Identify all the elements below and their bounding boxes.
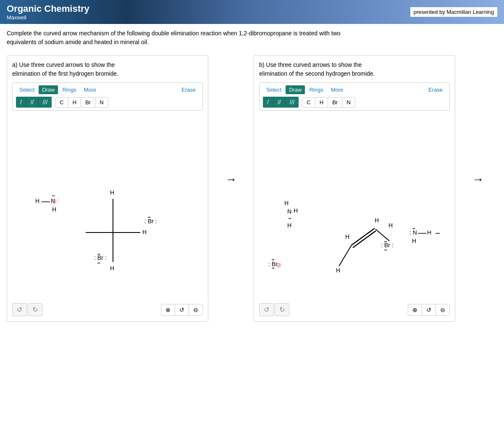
header-title-block: Organic Chemistry Maxwell <box>7 3 89 21</box>
undo-redo-b: ↺ ↻ <box>259 303 289 316</box>
svg-text:H: H <box>142 229 147 235</box>
svg-text:H: H <box>375 217 379 224</box>
rings-button-b[interactable]: Rings <box>306 85 326 94</box>
question-text: Complete the curved arrow mechanism of t… <box>0 24 378 48</box>
more-button-b[interactable]: More <box>328 85 347 94</box>
canvas-b[interactable]: H N •• H H : Br •• •• : <box>259 115 450 300</box>
header: Organic Chemistry Maxwell presented by M… <box>0 0 504 24</box>
atom-C-a[interactable]: C <box>55 98 68 107</box>
svg-text:••: •• <box>148 215 150 219</box>
bottom-toolbar-b: ↺ ↻ ⊕ ↺ ⊖ <box>259 303 450 316</box>
zoom-out-a[interactable]: ⊖ <box>189 304 202 315</box>
draw-tools-b: / // /// <box>263 97 299 108</box>
triple-bond-b[interactable]: /// <box>286 97 299 108</box>
toolbar-b: Select Draw Rings More Erase / // /// C … <box>259 82 450 111</box>
zoom-out-b[interactable]: ⊖ <box>436 304 449 315</box>
svg-text:H: H <box>336 267 340 274</box>
svg-text:••: •• <box>412 227 415 231</box>
panels-container: a) Use three curved arrows to show the e… <box>0 48 504 328</box>
svg-line-27 <box>339 245 352 266</box>
panel-a-title: a) Use three curved arrows to show the e… <box>12 61 203 78</box>
erase-button-a[interactable]: Erase <box>178 85 199 94</box>
svg-text:••: •• <box>289 217 291 221</box>
select-button-a[interactable]: Select <box>16 85 38 94</box>
molecule-svg-a: H N •• : H H : Br : •• <box>12 115 193 291</box>
zoom-in-a[interactable]: ⊕ <box>161 304 175 315</box>
svg-text:••: •• <box>384 248 387 252</box>
svg-text:: Br :: : Br : <box>94 254 107 261</box>
atom-buttons-a: C H Br N <box>55 97 108 108</box>
svg-text:••: •• <box>272 266 274 270</box>
atom-C-b[interactable]: C <box>302 98 315 107</box>
svg-text:••: •• <box>97 261 100 265</box>
canvas-a[interactable]: H N •• : H H : Br : •• <box>12 115 203 300</box>
more-button-a[interactable]: More <box>81 85 100 94</box>
double-bond-b[interactable]: // <box>273 97 286 108</box>
atom-N-b[interactable]: N <box>342 98 354 107</box>
molecule-svg-b: H N •• H H : Br •• •• : <box>259 115 440 291</box>
panel-b-title: b) Use three curved arrows to show the e… <box>259 61 450 78</box>
single-bond-a[interactable]: / <box>16 97 26 108</box>
svg-text:••: •• <box>272 258 274 262</box>
atom-H-b[interactable]: H <box>315 98 328 107</box>
svg-text:••: •• <box>384 240 387 244</box>
zoom-tools-a: ⊕ ↺ ⊖ <box>161 304 203 316</box>
svg-text:H: H <box>388 222 393 229</box>
svg-text:H: H <box>287 222 291 229</box>
svg-text::: : <box>279 262 281 267</box>
svg-text:H: H <box>110 265 114 272</box>
zoom-in-b[interactable]: ⊕ <box>408 304 422 315</box>
svg-text:N: N <box>287 208 291 215</box>
svg-text:H: H <box>345 233 349 240</box>
double-bond-a[interactable]: // <box>26 97 39 108</box>
atom-H-a[interactable]: H <box>68 98 81 107</box>
atom-buttons-b: C H Br N <box>302 97 355 108</box>
draw-button-a[interactable]: Draw <box>39 85 58 94</box>
reaction-arrow-2: → <box>472 55 484 186</box>
select-button-b[interactable]: Select <box>263 85 285 94</box>
undo-redo-a: ↺ ↻ <box>12 303 42 316</box>
single-bond-b[interactable]: / <box>263 97 273 108</box>
svg-line-28 <box>352 228 375 245</box>
draw-tools-a: / // /// <box>16 97 52 108</box>
zoom-tools-b: ⊕ ↺ ⊖ <box>408 304 450 316</box>
rings-button-a[interactable]: Rings <box>59 85 79 94</box>
svg-text:H: H <box>35 198 39 204</box>
svg-line-29 <box>353 231 376 248</box>
svg-text:H: H <box>427 229 431 236</box>
redo-button-a[interactable]: ↻ <box>28 303 42 316</box>
zoom-reset-b[interactable]: ↺ <box>422 304 436 315</box>
svg-line-30 <box>375 229 389 241</box>
atom-N-a[interactable]: N <box>95 98 108 107</box>
svg-text:••: •• <box>97 252 100 256</box>
svg-point-6 <box>52 199 57 204</box>
app-title: Organic Chemistry <box>7 3 89 14</box>
svg-text::: : <box>58 197 59 202</box>
svg-text:H: H <box>52 206 56 213</box>
zoom-reset-a[interactable]: ↺ <box>175 304 189 315</box>
undo-button-b[interactable]: ↺ <box>259 303 274 316</box>
undo-button-a[interactable]: ↺ <box>12 303 27 316</box>
svg-text:H: H <box>412 238 416 244</box>
triple-bond-a[interactable]: /// <box>39 97 52 108</box>
bottom-toolbar-a: ↺ ↻ ⊕ ↺ ⊖ <box>12 303 203 316</box>
svg-text:: Br :: : Br : <box>144 218 157 225</box>
reaction-arrow: → <box>225 55 237 186</box>
toolbar-b-row2: / // /// C H Br N <box>263 97 446 108</box>
svg-text:H: H <box>294 207 298 214</box>
toolbar-a-row2: / // /// C H Br N <box>16 97 199 108</box>
draw-button-b[interactable]: Draw <box>286 85 305 94</box>
atom-Br-b[interactable]: Br <box>328 98 342 107</box>
redo-button-b[interactable]: ↻ <box>275 303 289 316</box>
atom-Br-a[interactable]: Br <box>81 98 95 107</box>
panel-a: a) Use three curved arrows to show the e… <box>7 55 208 322</box>
erase-button-b[interactable]: Erase <box>425 85 446 94</box>
brand-label: presented by Macmillan Learning <box>410 7 498 17</box>
toolbar-a-row1: Select Draw Rings More Erase <box>16 85 199 94</box>
toolbar-a: Select Draw Rings More Erase / // /// C … <box>12 82 203 111</box>
panel-b: b) Use three curved arrows to show the e… <box>254 55 455 322</box>
svg-text:H: H <box>110 189 114 196</box>
toolbar-b-row1: Select Draw Rings More Erase <box>263 85 446 94</box>
svg-text:: Br :: : Br : <box>381 242 394 248</box>
app-subtitle: Maxwell <box>7 14 89 21</box>
